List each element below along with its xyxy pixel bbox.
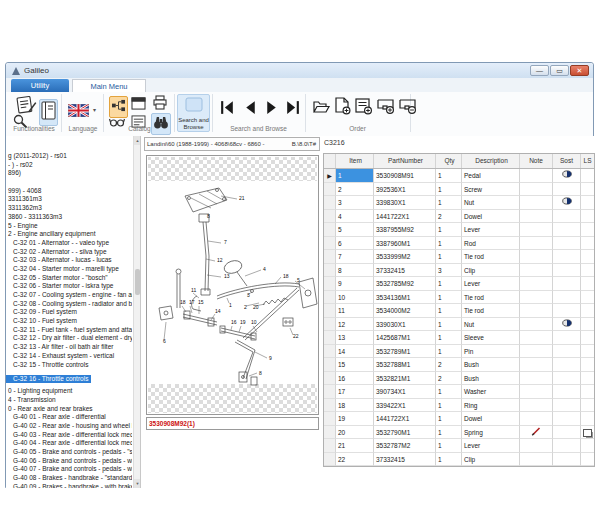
tree-item[interactable]: C-32 11 - Fuel tank - fuel system and at… bbox=[6, 326, 132, 335]
cell-sost[interactable] bbox=[553, 426, 581, 440]
tree-item[interactable]: G-40 07 - Brake and controls - pedals - … bbox=[6, 465, 132, 474]
cell-qty[interactable]: 1 bbox=[436, 345, 462, 359]
row-selector[interactable] bbox=[324, 331, 336, 345]
row-selector[interactable] bbox=[324, 264, 336, 278]
cell-partnumber[interactable]: 3387960M1 bbox=[374, 237, 436, 251]
tree-item[interactable]: C-32 02 - Alternator - - silva type bbox=[6, 248, 132, 257]
cell-note[interactable] bbox=[520, 277, 553, 291]
cell-qty[interactable]: 1 bbox=[436, 237, 462, 251]
row-selector[interactable]: ▶ bbox=[324, 169, 336, 183]
tree-item[interactable]: 3860 - 3311363m3 bbox=[6, 213, 132, 222]
cell-note[interactable] bbox=[520, 358, 553, 372]
column-header-partnumber[interactable]: PartNumber bbox=[374, 154, 436, 168]
diagram-callout[interactable]: 18 bbox=[180, 299, 186, 305]
cell-description[interactable]: Pin bbox=[462, 345, 520, 359]
cell-sost[interactable] bbox=[553, 237, 581, 251]
cell-note[interactable] bbox=[520, 223, 553, 237]
cell-partnumber[interactable]: 3532788M1 bbox=[374, 358, 436, 372]
cell-ls[interactable] bbox=[581, 183, 594, 197]
cell-ls[interactable] bbox=[581, 453, 594, 467]
table-row[interactable]: 163532821M12Bush bbox=[324, 372, 594, 386]
cell-note[interactable] bbox=[520, 304, 553, 318]
cell-description[interactable]: Tie rod bbox=[462, 250, 520, 264]
scroll-down-icon[interactable]: ▼ bbox=[134, 479, 141, 488]
row-selector[interactable] bbox=[324, 426, 336, 440]
row-selector[interactable] bbox=[324, 210, 336, 224]
cell-sost[interactable] bbox=[553, 331, 581, 345]
tree-item[interactable]: G-40 09 - Brakes - handbrake - with brak… bbox=[6, 483, 132, 488]
cell-item[interactable]: 2 bbox=[336, 183, 374, 197]
cell-item[interactable]: 5 bbox=[336, 223, 374, 237]
diagram-callout[interactable]: 8 bbox=[207, 213, 210, 219]
cell-qty[interactable]: 1 bbox=[436, 250, 462, 264]
cell-note[interactable] bbox=[520, 426, 553, 440]
cell-note[interactable] bbox=[520, 210, 553, 224]
cell-item[interactable]: 16 bbox=[336, 372, 374, 386]
diagram-callout[interactable]: 19 bbox=[240, 319, 246, 325]
diagram-callout[interactable]: 15 bbox=[198, 299, 204, 305]
cell-sost[interactable] bbox=[553, 318, 581, 332]
cell-item[interactable]: 11 bbox=[336, 304, 374, 318]
column-header-ls[interactable]: LS bbox=[581, 154, 594, 168]
cell-note[interactable] bbox=[520, 264, 553, 278]
diagram-callout[interactable]: 10 bbox=[251, 319, 257, 325]
tree-item[interactable]: C-32 05 - Starter motor - "bosch" bbox=[6, 274, 132, 283]
cell-item[interactable]: 6 bbox=[336, 237, 374, 251]
diagram-callout[interactable]: 2 bbox=[244, 304, 247, 310]
table-row[interactable]: 103534136M11Tie rod bbox=[324, 291, 594, 305]
cell-ls[interactable] bbox=[581, 277, 594, 291]
table-row[interactable]: 63387960M11Rod bbox=[324, 237, 594, 251]
cell-note[interactable] bbox=[520, 345, 553, 359]
cell-partnumber[interactable]: 390734X1 bbox=[374, 385, 436, 399]
tree-item[interactable]: C-32 10 - Fuel system bbox=[6, 317, 132, 326]
uk-flag-icon[interactable] bbox=[68, 103, 89, 121]
cell-sost[interactable] bbox=[553, 399, 581, 413]
cell-description[interactable]: Sleeve bbox=[462, 331, 520, 345]
tree-item[interactable]: G-40 04 - Rear axle - differential lock … bbox=[6, 439, 132, 448]
tree-item[interactable]: 0 - Lighting equipment bbox=[6, 387, 132, 396]
cell-note[interactable] bbox=[520, 399, 553, 413]
diagram-callout[interactable]: 20 bbox=[253, 304, 259, 310]
table-row[interactable]: 22373324151Clip bbox=[324, 453, 594, 467]
cell-ls[interactable] bbox=[581, 304, 594, 318]
row-selector[interactable] bbox=[324, 399, 336, 413]
cell-item[interactable]: 8 bbox=[336, 264, 374, 278]
tree-item[interactable]: - ) - rs02 bbox=[6, 161, 132, 170]
tree-item[interactable]: 0 - Rear axle and rear brakes bbox=[6, 405, 132, 414]
cell-ls[interactable] bbox=[581, 358, 594, 372]
cell-ls[interactable] bbox=[581, 331, 594, 345]
tree-item[interactable]: C-32 12 - Dry air filter - dual element … bbox=[6, 334, 132, 343]
diagram-callout[interactable]: 17 bbox=[189, 299, 195, 305]
diagram-callout[interactable]: 16 bbox=[231, 319, 237, 325]
cell-sost[interactable] bbox=[553, 169, 581, 183]
cell-note[interactable] bbox=[520, 372, 553, 386]
cell-item[interactable]: 4 bbox=[336, 210, 374, 224]
cell-partnumber[interactable]: 392536X1 bbox=[374, 183, 436, 197]
tree-item[interactable]: 999) - 4068 bbox=[6, 187, 132, 196]
diagram-callout[interactable]: 6 bbox=[163, 338, 166, 344]
table-row[interactable]: 73533999M21Tie rod bbox=[324, 250, 594, 264]
tree-scrollbar[interactable]: ▲ ▼ bbox=[133, 136, 140, 488]
tree-item[interactable]: C-32 01 - Alternator - - valeo type bbox=[6, 239, 132, 248]
cell-description[interactable]: Bush bbox=[462, 358, 520, 372]
tree-item[interactable]: C-32 06 - Starter motor - iskra type bbox=[6, 282, 132, 291]
tree-item[interactable]: 4 - Transmission bbox=[6, 396, 132, 405]
cell-item[interactable]: 17 bbox=[336, 385, 374, 399]
tree-item[interactable]: C-32 13 - Air filter - oil bath air filt… bbox=[6, 343, 132, 352]
column-header-note[interactable]: Note bbox=[520, 154, 553, 168]
cell-note[interactable] bbox=[520, 385, 553, 399]
diagram-viewport[interactable]: 21871213418513220116181715141619102298 bbox=[146, 155, 319, 415]
cell-ls[interactable] bbox=[581, 223, 594, 237]
tree-item[interactable]: 3311361m3 bbox=[6, 195, 132, 204]
cell-item[interactable]: 14 bbox=[336, 345, 374, 359]
row-selector[interactable] bbox=[324, 277, 336, 291]
cell-item[interactable]: 9 bbox=[336, 277, 374, 291]
cell-qty[interactable]: 3 bbox=[436, 264, 462, 278]
cell-sost[interactable] bbox=[553, 304, 581, 318]
tree-item[interactable]: 896) bbox=[6, 169, 132, 178]
cell-qty[interactable]: 1 bbox=[436, 426, 462, 440]
cell-description[interactable]: Nut bbox=[462, 196, 520, 210]
row-selector[interactable] bbox=[324, 372, 336, 386]
cell-partnumber[interactable]: 3530908M91 bbox=[374, 169, 436, 183]
table-row[interactable]: 2392536X11Screw bbox=[324, 183, 594, 197]
